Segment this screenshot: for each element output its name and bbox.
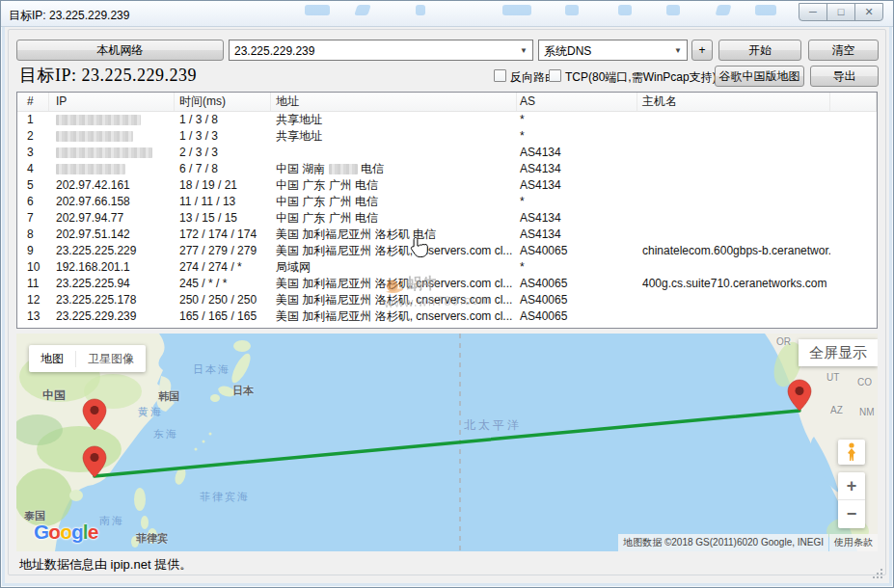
hop-ip: 202.97.42.161	[49, 177, 175, 194]
dns-value: 系统DNS	[544, 41, 667, 61]
target-ip-value: 23.225.229.239	[234, 41, 513, 61]
hop-ip: 192.168.201.1	[49, 259, 175, 276]
map-type-control: 地图 卫星图像	[29, 345, 146, 372]
target-ip-label: 目标IP: 23.225.229.239	[19, 64, 197, 87]
map-type-map-button[interactable]: 地图	[29, 351, 75, 367]
table-row[interactable]: 1323.225.229.239165 / 165 / 165美国 加利福尼亚州…	[17, 308, 877, 325]
hop-address: 美国 加利福尼亚州 洛杉矶, cnservers.com cl...	[271, 276, 517, 292]
minimize-button[interactable]: ─	[799, 3, 827, 21]
hop-address: 局域网	[271, 259, 517, 276]
table-body: 11 / 3 / 8共享地址*21 / 3 / 3共享地址*32 / 3 / 3…	[17, 112, 877, 325]
hop-address: 美国 加利福尼亚州 洛杉矶, cnservers.com cl...	[271, 292, 517, 308]
hop-address: 中国 湖南 电信	[271, 161, 517, 177]
titlebar[interactable]: 目标IP: 23.225.229.239 ─ □ ✕	[1, 1, 893, 27]
add-button[interactable]: +	[691, 40, 713, 61]
google-logo[interactable]: Google	[34, 521, 97, 544]
column-header-2[interactable]: 时间(ms)	[175, 93, 271, 111]
redacted-ip	[56, 115, 141, 125]
app-window: 目标IP: 23.225.229.239 ─ □ ✕ 本机网络 23.225.2…	[0, 0, 894, 588]
close-button[interactable]: ✕	[854, 3, 883, 21]
window-title: 目标IP: 23.225.229.239	[9, 8, 129, 24]
hop-address: 共享地址	[271, 112, 517, 128]
column-header-0[interactable]: #	[17, 93, 49, 111]
resize-grip[interactable]	[873, 569, 882, 578]
hop-ip	[49, 112, 175, 128]
map-attribution-bar: 地图数据 ©2018 GS(2011)6020 Google, INEGI 使用…	[618, 534, 878, 551]
hop-ip: 23.225.225.229	[49, 243, 175, 259]
map-attribution: 地图数据 ©2018 GS(2011)6020 Google, INEGI	[618, 534, 828, 551]
dns-combobox[interactable]: 系统DNS ▼	[538, 40, 688, 61]
table-row[interactable]: 11 / 3 / 8共享地址*	[17, 112, 877, 128]
target-ip-combobox[interactable]: 23.225.229.239 ▼	[229, 40, 533, 61]
table-row[interactable]: 1123.225.225.94245 / * / *美国 加利福尼亚州 洛杉矶,…	[17, 276, 877, 292]
chevron-down-icon[interactable]: ▼	[516, 41, 531, 59]
google-cn-map-button[interactable]: 谷歌中国版地图	[715, 66, 804, 87]
table-row[interactable]: 10192.168.201.1274 / 274 / *局域网*	[17, 259, 877, 276]
reverse-route-checkbox[interactable]	[494, 69, 506, 82]
table-row[interactable]: 5202.97.42.16118 / 19 / 21中国 广东 广州 电信AS4…	[17, 177, 877, 194]
table-row[interactable]: 8202.97.51.142172 / 174 / 174美国 加利福尼亚州 洛…	[17, 227, 877, 243]
table-row[interactable]: 21 / 3 / 3共享地址*	[17, 128, 877, 145]
route-map[interactable]: 中国韩国日本日本海黄海东海北太平洋菲律宾海南海泰国菲律宾ORUTCOAZNM 地…	[16, 334, 878, 551]
pegman-control[interactable]	[838, 440, 865, 465]
trace-table[interactable]: #IP时间(ms)地址AS主机名 11 / 3 / 8共享地址*21 / 3 /…	[16, 92, 878, 329]
hop-address: 美国 加利福尼亚州 洛杉矶, cnservers.com cl...	[271, 243, 517, 259]
caption-buttons: ─ □ ✕	[799, 3, 883, 21]
redacted-ip	[56, 131, 133, 142]
column-header-4[interactable]: AS	[517, 93, 637, 111]
hop-address: 中国 广东 广州 电信	[271, 210, 517, 227]
fullscreen-button[interactable]: 全屏显示	[799, 339, 878, 366]
table-header: #IP时间(ms)地址AS主机名	[17, 93, 877, 112]
map-type-satellite-button[interactable]: 卫星图像	[75, 351, 146, 367]
hop-address: 共享地址	[271, 128, 517, 145]
table-row[interactable]: 6202.97.66.15811 / 11 / 13中国 广东 广州 电信*	[17, 194, 877, 210]
hop-ip: 23.225.225.178	[49, 292, 175, 308]
hop-ip: 23.225.229.239	[49, 308, 175, 325]
column-header-3[interactable]: 地址	[271, 93, 517, 111]
chevron-down-icon[interactable]: ▼	[670, 41, 686, 59]
hop-ip: 202.97.94.77	[49, 210, 175, 227]
hop-address: 中国 广东 广州 电信	[271, 177, 517, 194]
zoom-in-button[interactable]: +	[838, 472, 865, 500]
tcp-checkbox[interactable]	[549, 69, 561, 82]
table-row[interactable]: 32 / 3 / 3AS4134	[17, 145, 877, 161]
tcp-label[interactable]: TCP(80端口,需WinPcap支持)	[565, 69, 717, 86]
hop-address: 美国 加利福尼亚州 洛杉矶, cnservers.com cl...	[271, 308, 517, 325]
zoom-out-button[interactable]: −	[838, 500, 865, 528]
clear-button[interactable]: 清空	[808, 40, 879, 61]
hop-ip: 202.97.66.158	[49, 194, 175, 210]
hop-address: 美国 加利福尼亚州 洛杉矶 电信	[271, 227, 517, 243]
redacted-text	[329, 164, 358, 174]
hop-ip	[49, 145, 175, 161]
hop-ip	[49, 128, 175, 145]
route-line	[95, 411, 799, 476]
redacted-ip	[56, 164, 125, 174]
hop-ip	[49, 161, 175, 177]
table-row[interactable]: 46 / 7 / 8中国 湖南 电信AS4134	[17, 161, 877, 177]
table-row[interactable]: 7202.97.94.7713 / 15 / 15中国 广东 广州 电信AS41…	[17, 210, 877, 227]
hop-ip: 202.97.51.142	[49, 227, 175, 243]
start-button[interactable]: 开始	[718, 40, 801, 61]
table-row[interactable]: 1223.225.225.178250 / 250 / 250美国 加利福尼亚州…	[17, 292, 877, 308]
column-header-filler	[830, 93, 877, 111]
column-header-5[interactable]: 主机名	[637, 93, 830, 111]
table-row[interactable]: 923.225.225.229277 / 279 / 279美国 加利福尼亚州 …	[17, 243, 877, 259]
export-button[interactable]: 导出	[810, 66, 879, 87]
maximize-button[interactable]: □	[826, 3, 855, 21]
hop-ip: 23.225.225.94	[49, 276, 175, 292]
redacted-ip	[56, 147, 152, 158]
hop-address: 中国 广东 广州 电信	[271, 194, 517, 210]
hop-address	[271, 145, 517, 161]
local-network-button[interactable]: 本机网络	[16, 40, 224, 61]
zoom-control: + −	[838, 472, 865, 528]
column-header-1[interactable]: IP	[49, 93, 175, 111]
terms-link[interactable]: 使用条款	[829, 534, 878, 551]
pegman-icon	[846, 442, 857, 462]
status-text: 地址数据信息由 ipip.net 提供。	[19, 556, 192, 574]
